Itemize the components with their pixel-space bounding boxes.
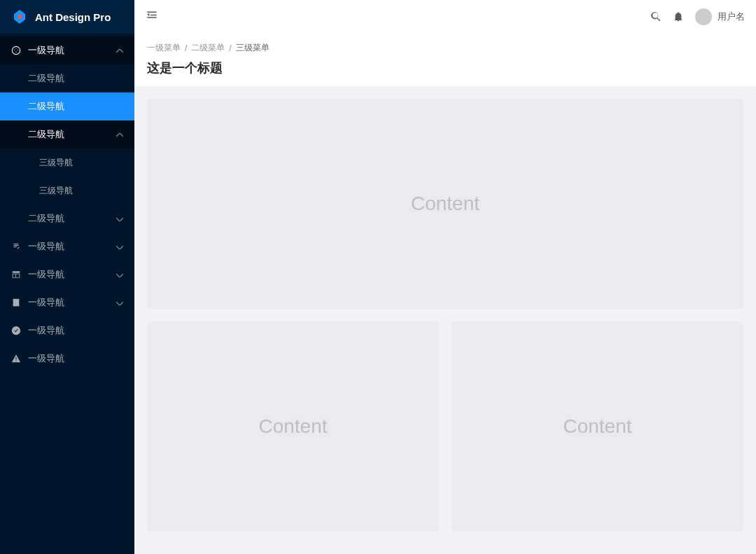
nav-subitem-label: 二级导航: [28, 100, 64, 113]
dashboard-icon: [11, 46, 21, 55]
nav-item-label: 一级导航: [28, 352, 64, 365]
nav-item-4[interactable]: 一级导航: [0, 289, 134, 317]
breadcrumb-separator: /: [185, 43, 187, 53]
brand-name: Ant Design Pro: [35, 11, 111, 23]
username: 用户名: [718, 11, 745, 23]
content-placeholder: Content: [563, 415, 631, 438]
nav-subsubitem-label: 三级导航: [39, 157, 73, 169]
page-title: 这是一个标题: [147, 60, 743, 76]
chevron-down-icon: [116, 299, 123, 307]
nav-item-label: 一级导航: [28, 240, 64, 253]
nav-subitem-1-1[interactable]: 二级导航: [0, 64, 134, 92]
warning-icon: [11, 354, 21, 363]
bell-icon[interactable]: [673, 11, 684, 22]
chevron-down-icon: [116, 271, 123, 279]
breadcrumb-item-2[interactable]: 二级菜单: [191, 42, 225, 54]
sidebar: Ant Design Pro 一级导航 二级导航 二级导航: [0, 0, 134, 554]
avatar: [695, 8, 712, 25]
page-header: 一级菜单 / 二级菜单 / 三级菜单 这是一个标题: [134, 34, 756, 86]
nav-subitem-1-3[interactable]: 二级导航: [0, 120, 134, 148]
nav-item-1[interactable]: 一级导航: [0, 36, 134, 64]
nav-item-label: 一级导航: [28, 324, 64, 337]
breadcrumb-separator: /: [229, 43, 231, 53]
nav-item-label: 一级导航: [28, 268, 64, 281]
content-card-3: Content: [451, 321, 743, 532]
profile-icon: [11, 298, 21, 307]
nav-subitem-1-4[interactable]: 二级导航: [0, 205, 134, 233]
nav-subitem-label: 二级导航: [28, 212, 64, 225]
breadcrumb: 一级菜单 / 二级菜单 / 三级菜单: [147, 42, 743, 54]
nav-item-5[interactable]: 一级导航: [0, 317, 134, 345]
nav-item-2[interactable]: 一级导航: [0, 233, 134, 261]
user-menu[interactable]: 用户名: [695, 8, 745, 25]
content-area: Content Content Content: [134, 86, 756, 554]
nav-item-label: 一级导航: [28, 296, 64, 309]
check-circle-icon: [11, 326, 21, 335]
chevron-up-icon: [116, 47, 123, 55]
breadcrumb-item-3: 三级菜单: [236, 42, 270, 54]
breadcrumb-item-1[interactable]: 一级菜单: [147, 42, 181, 54]
logo-icon: [11, 8, 28, 25]
sidebar-menu: 一级导航 二级导航 二级导航 二级导航: [0, 34, 134, 554]
header: 用户名: [134, 0, 756, 34]
content-placeholder: Content: [258, 415, 327, 438]
chevron-down-icon: [116, 243, 123, 251]
nav-subitem-label: 二级导航: [28, 128, 64, 141]
chevron-up-icon: [116, 131, 123, 139]
nav-subitem-1-2[interactable]: 二级导航: [0, 92, 134, 120]
nav-subsubitem-1-3-2[interactable]: 三级导航: [0, 176, 134, 205]
content-card-2: Content: [147, 321, 439, 532]
menu-fold-icon[interactable]: [146, 9, 158, 25]
content-card-1: Content: [147, 99, 743, 309]
table-icon: [11, 270, 21, 279]
chevron-down-icon: [116, 215, 123, 223]
nav-subsubitem-1-3-1[interactable]: 三级导航: [0, 148, 134, 176]
form-icon: [11, 242, 21, 251]
nav-item-6[interactable]: 一级导航: [0, 345, 134, 373]
nav-item-label: 一级导航: [28, 44, 64, 57]
svg-point-0: [18, 15, 22, 19]
nav-subsubitem-label: 三级导航: [39, 185, 73, 197]
content-placeholder: Content: [411, 193, 479, 215]
nav-subitem-label: 二级导航: [28, 72, 64, 85]
main: 用户名 一级菜单 / 二级菜单 / 三级菜单 这是一个标题 Content Co…: [134, 0, 756, 554]
logo[interactable]: Ant Design Pro: [0, 0, 134, 34]
search-icon[interactable]: [650, 11, 662, 22]
nav-item-3[interactable]: 一级导航: [0, 261, 134, 289]
